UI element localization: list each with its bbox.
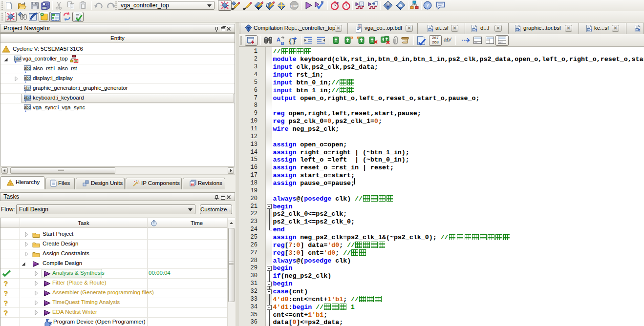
svg-text:?: ?: [426, 2, 429, 8]
svg-text:B: B: [281, 41, 284, 45]
svg-text:STOP: STOP: [290, 4, 298, 7]
svg-text:A: A: [277, 37, 280, 42]
